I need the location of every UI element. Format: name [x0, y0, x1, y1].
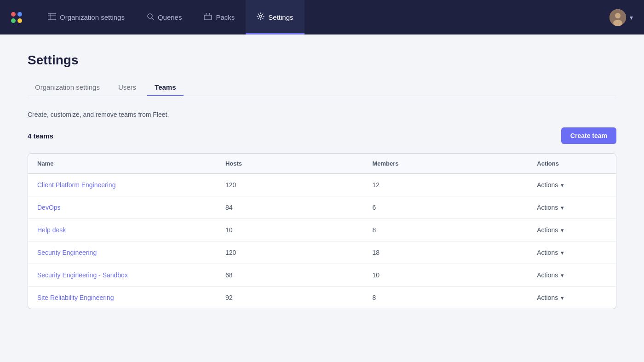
svg-point-6 [259, 15, 262, 17]
table-row: Security Engineering - Sandbox 68 10 Act… [28, 264, 616, 287]
teams-description: Create, customize, and remove teams from… [28, 111, 616, 118]
team-actions-cell: Actions ▾ [528, 287, 616, 309]
team-members-cell: 10 [363, 264, 528, 287]
teams-table-container: Name Hosts Members Actions Client Platfo… [28, 153, 616, 309]
table-row: Client Platform Engineering 120 12 Actio… [28, 174, 616, 196]
hosts-icon [48, 13, 56, 22]
queries-icon [147, 13, 154, 22]
actions-chevron-icon[interactable]: ▾ [561, 272, 564, 279]
team-hosts-cell: 120 [216, 174, 363, 196]
table-row: DevOps 84 6 Actions ▾ [28, 196, 616, 219]
packs-icon [204, 13, 212, 22]
teams-table: Name Hosts Members Actions Client Platfo… [28, 154, 616, 309]
team-name-link[interactable]: Help desk [37, 226, 66, 234]
team-name-link[interactable]: Security Engineering [37, 249, 97, 256]
team-name-link[interactable]: Site Reliability Engineering [37, 294, 114, 301]
team-actions-cell: Actions ▾ [528, 174, 616, 196]
team-name-cell: Client Platform Engineering [28, 174, 216, 196]
team-name-cell: Security Engineering [28, 241, 216, 264]
table-row: Help desk 10 8 Actions ▾ [28, 219, 616, 241]
team-members-cell: 8 [363, 219, 528, 241]
tab-organization-settings[interactable]: Organization settings [28, 79, 107, 96]
nav-label-settings: Settings [268, 13, 293, 21]
table-row: Site Reliability Engineering 92 8 Action… [28, 287, 616, 309]
navbar: Organization settings Queries Packs [0, 0, 644, 34]
nav-links: Organization settings Queries Packs [37, 0, 610, 34]
team-members-cell: 18 [363, 241, 528, 264]
team-name-cell: Site Reliability Engineering [28, 287, 216, 309]
team-members-cell: 12 [363, 174, 528, 196]
col-header-actions: Actions [528, 154, 616, 174]
app-logo [11, 12, 26, 23]
settings-icon [257, 12, 264, 22]
logo-dot-green [11, 18, 16, 23]
actions-label: Actions [537, 271, 558, 279]
create-team-button[interactable]: Create team [561, 127, 616, 144]
nav-label-packs: Packs [216, 13, 235, 21]
logo-dot-red [11, 12, 16, 17]
actions-label: Actions [537, 226, 558, 234]
tab-users[interactable]: Users [111, 79, 144, 96]
nav-item-queries[interactable]: Queries [136, 0, 193, 34]
nav-right: ▾ [610, 9, 633, 26]
team-hosts-cell: 10 [216, 219, 363, 241]
actions-label: Actions [537, 249, 558, 256]
actions-label: Actions [537, 204, 558, 211]
table-row: Security Engineering 120 18 Actions ▾ [28, 241, 616, 264]
team-actions-cell: Actions ▾ [528, 219, 616, 241]
main-content: Settings Organization settings Users Tea… [0, 34, 644, 362]
actions-label: Actions [537, 294, 558, 301]
page-title: Settings [28, 53, 616, 68]
col-header-hosts: Hosts [216, 154, 363, 174]
user-menu-chevron[interactable]: ▾ [630, 14, 633, 21]
actions-chevron-icon[interactable]: ▾ [561, 204, 564, 211]
teams-header: 4 teams Create team [28, 127, 616, 144]
col-header-members: Members [363, 154, 528, 174]
team-actions-cell: Actions ▾ [528, 196, 616, 219]
actions-chevron-icon[interactable]: ▾ [561, 182, 564, 189]
svg-rect-0 [48, 13, 56, 20]
table-header: Name Hosts Members Actions [28, 154, 616, 174]
actions-chevron-icon[interactable]: ▾ [561, 249, 564, 256]
nav-label-hosts: Organization settings [60, 13, 125, 21]
logo-dot-blue [17, 12, 22, 17]
actions-chevron-icon[interactable]: ▾ [561, 227, 564, 234]
team-members-cell: 8 [363, 287, 528, 309]
team-actions-cell: Actions ▾ [528, 264, 616, 287]
svg-rect-5 [204, 15, 212, 20]
team-name-cell: DevOps [28, 196, 216, 219]
team-members-cell: 6 [363, 196, 528, 219]
table-body: Client Platform Engineering 120 12 Actio… [28, 174, 616, 309]
team-name-link[interactable]: DevOps [37, 204, 61, 211]
settings-tabs: Organization settings Users Teams [28, 79, 616, 96]
nav-item-packs[interactable]: Packs [193, 0, 246, 34]
team-hosts-cell: 120 [216, 241, 363, 264]
team-name-link[interactable]: Client Platform Engineering [37, 181, 115, 189]
actions-chevron-icon[interactable]: ▾ [561, 294, 564, 301]
team-name-link[interactable]: Security Engineering - Sandbox [37, 271, 128, 279]
nav-item-hosts[interactable]: Organization settings [37, 0, 136, 34]
col-header-name: Name [28, 154, 216, 174]
avatar[interactable] [610, 9, 626, 26]
team-hosts-cell: 92 [216, 287, 363, 309]
nav-label-queries: Queries [158, 13, 182, 21]
actions-label: Actions [537, 181, 558, 189]
tab-teams[interactable]: Teams [147, 79, 183, 96]
team-actions-cell: Actions ▾ [528, 241, 616, 264]
team-name-cell: Security Engineering - Sandbox [28, 264, 216, 287]
svg-line-4 [152, 18, 154, 20]
teams-count: 4 teams [28, 132, 53, 140]
logo-dot-yellow [17, 18, 22, 23]
team-hosts-cell: 68 [216, 264, 363, 287]
svg-point-8 [615, 13, 621, 18]
team-name-cell: Help desk [28, 219, 216, 241]
team-hosts-cell: 84 [216, 196, 363, 219]
nav-item-settings[interactable]: Settings [246, 0, 304, 34]
